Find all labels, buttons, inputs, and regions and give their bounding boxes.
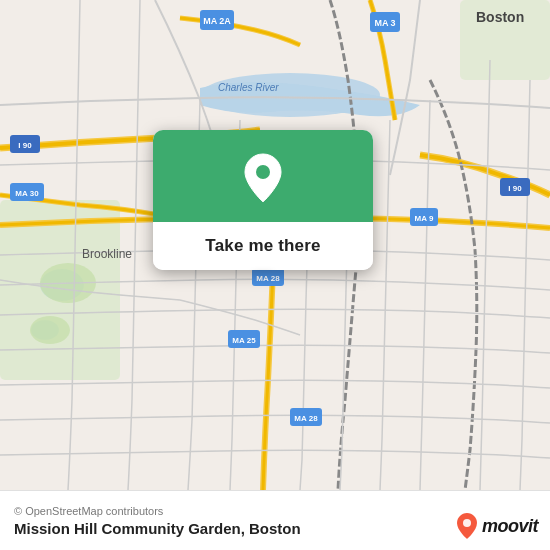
svg-text:MA 9: MA 9 [415,214,434,223]
moovit-pin-icon [456,512,478,540]
svg-text:Brookline: Brookline [82,247,132,261]
svg-text:MA 30: MA 30 [15,189,39,198]
svg-point-30 [463,519,471,527]
popup-card: Take me there [153,130,373,270]
svg-point-29 [256,165,270,179]
svg-text:MA 2A: MA 2A [203,16,231,26]
svg-text:I 90: I 90 [508,184,522,193]
svg-text:Charles River: Charles River [218,82,279,93]
location-pin-icon [241,152,285,204]
take-me-there-button[interactable]: Take me there [153,222,373,270]
popup-green-area [153,130,373,222]
svg-point-7 [30,316,70,344]
svg-text:MA 3: MA 3 [374,18,395,28]
svg-text:MA 28: MA 28 [294,414,318,423]
footer: © OpenStreetMap contributors Mission Hil… [0,490,550,550]
svg-text:I 90: I 90 [18,141,32,150]
svg-text:MA 25: MA 25 [232,336,256,345]
moovit-logo-text: moovit [482,516,538,537]
map-container: MA 2A MA 3 MA 9 MA 30 MA 28 MA 25 MA 28 … [0,0,550,490]
moovit-logo: moovit [456,512,538,540]
svg-text:MA 28: MA 28 [256,274,280,283]
svg-text:Boston: Boston [476,9,524,25]
